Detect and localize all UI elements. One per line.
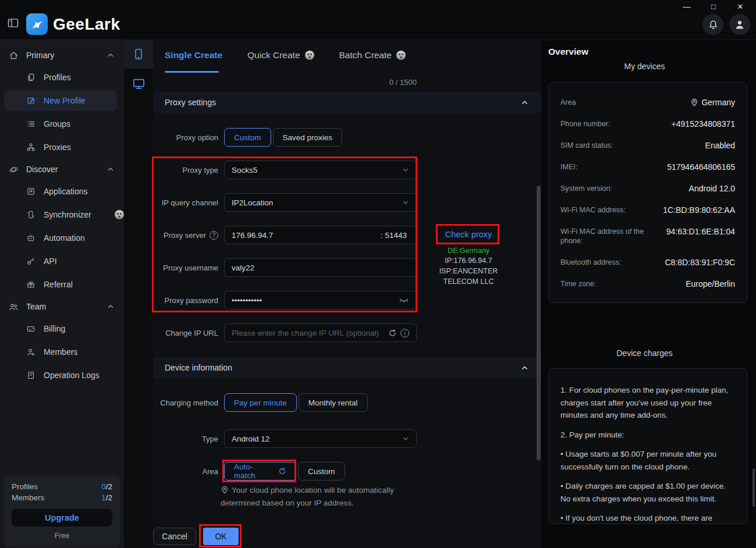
charges-paragraph: • Usage starts at $0.007 per minute afte…: [560, 448, 735, 473]
area-label: Area: [153, 467, 218, 476]
minimize-button[interactable]: —: [676, 0, 698, 13]
check-proxy-button[interactable]: Check proxy: [438, 226, 499, 243]
gift-icon: [26, 280, 36, 289]
sidebar-group-discover[interactable]: Discover: [0, 159, 124, 180]
chevron-down-icon: [402, 166, 409, 173]
home-icon: [9, 51, 19, 61]
proxy-settings-section-header[interactable]: Proxy settings: [153, 92, 541, 113]
device-row-timezone: Time zone: Europe/Berlin: [560, 279, 735, 289]
pay-per-minute-button[interactable]: Pay per minute: [224, 393, 297, 412]
sidebar-item-groups[interactable]: Groups: [0, 113, 124, 134]
app-header: GeeLark: [0, 0, 756, 40]
sidebar-item-proxies[interactable]: Proxies: [0, 137, 124, 158]
charging-method-label: Charging method: [153, 398, 218, 408]
device-charges-card: 1. For cloud phones on the pay-per-minut…: [548, 368, 747, 524]
brand-name: GeeLark: [53, 15, 120, 34]
device-row-value: Enabled: [705, 141, 735, 150]
sidebar-item-operation-logs[interactable]: Operation Logs: [0, 365, 124, 386]
proxy-username-input[interactable]: [232, 264, 409, 272]
desktop-view-tab[interactable]: [124, 69, 153, 98]
device-row-value: C8:8D:83:91:F0:9C: [665, 258, 735, 267]
user-avatar[interactable]: [729, 14, 750, 35]
sidebar-toggle-icon[interactable]: [8, 18, 19, 28]
device-row-label: Wi-Fi MAC address:: [560, 205, 654, 215]
help-icon[interactable]: ?: [210, 231, 218, 240]
proxy-option-saved-button[interactable]: Saved proxies: [273, 128, 343, 147]
proxy-port-value[interactable]: : 51443: [381, 231, 407, 240]
eye-closed-icon[interactable]: [399, 297, 409, 304]
overview-scrollbar[interactable]: [753, 468, 755, 507]
sidebar-item-label: Billing: [44, 324, 65, 333]
close-button[interactable]: ✕: [729, 0, 751, 13]
phone-view-tab[interactable]: [124, 40, 153, 69]
device-row-label: Area: [560, 98, 654, 107]
geelark-app-window: — □ ✕ GeeLark Primary: [0, 0, 756, 548]
sidebar-item-synchronizer[interactable]: Synchronizer: [0, 204, 124, 225]
chevron-up-icon[interactable]: [521, 99, 528, 106]
device-row-wifi-mac: Wi-Fi MAC address: 1C:BD:B9:80:62:AA: [560, 205, 735, 215]
synchronizer-icon: [26, 210, 36, 219]
plan-usage-card: Profiles 0/2 Members 1/2 Upgrade Free: [3, 475, 120, 547]
chevron-up-icon[interactable]: [521, 364, 528, 372]
refresh-icon[interactable]: [388, 329, 397, 337]
type-select[interactable]: Android 12: [224, 429, 417, 448]
device-row-value: Germany: [690, 98, 735, 107]
sidebar-item-applications[interactable]: Applications: [0, 181, 124, 202]
device-row-wifi-mac-phone: Wi-Fi MAC address of the phone: 94:63:D1…: [560, 227, 735, 245]
device-row-label: SIM card status:: [560, 141, 654, 150]
tab-single-create[interactable]: Single Create: [165, 50, 222, 61]
sidebar-item-profiles[interactable]: Profiles: [0, 67, 124, 88]
sidebar-item-referral[interactable]: Referral: [0, 274, 124, 295]
sidebar-item-api[interactable]: API: [0, 251, 124, 272]
proxy-server-input[interactable]: [232, 231, 381, 240]
sidebar-group-team[interactable]: Team: [0, 296, 124, 317]
info-icon[interactable]: i: [400, 329, 409, 337]
brand[interactable]: GeeLark: [26, 13, 120, 35]
charging-method-row: Charging method Pay per minute Monthly r…: [153, 393, 368, 412]
proxy-type-label: Proxy type: [153, 166, 218, 175]
area-custom-button[interactable]: Custom: [298, 462, 345, 481]
proxy-password-input[interactable]: [232, 296, 393, 305]
change-ip-url-input[interactable]: [232, 329, 383, 337]
proxy-server-label-text: Proxy server: [164, 231, 206, 240]
profiles-usage-label: Profiles: [12, 481, 38, 492]
sidebar: Primary Profiles New Profile Groups Prox…: [0, 40, 124, 548]
device-charges-title: Device charges: [541, 348, 748, 358]
area-note: Your cloud phone location will be automa…: [221, 484, 416, 509]
batch-create-badge-icon: [396, 51, 406, 60]
ip-query-channel-select[interactable]: IP2Location: [224, 193, 417, 212]
sidebar-item-automation[interactable]: Automation: [0, 227, 124, 248]
sidebar-group-label: Team: [26, 302, 46, 311]
tab-batch-create[interactable]: Batch Create: [339, 50, 406, 61]
cancel-button[interactable]: Cancel: [153, 528, 196, 545]
members-usage-label: Members: [12, 492, 44, 503]
device-row-bluetooth: Bluetooth address: C8:8D:83:91:F0:9C: [560, 258, 735, 267]
ok-button[interactable]: OK: [203, 528, 239, 545]
proxy-type-select[interactable]: Socks5: [224, 161, 417, 179]
form-scrollbar[interactable]: [537, 186, 541, 460]
monthly-rental-button[interactable]: Monthly rental: [299, 393, 368, 412]
proxy-option-custom-button[interactable]: Custom: [224, 128, 271, 147]
ip-query-channel-row: IP query channel IP2Location: [153, 193, 417, 212]
notifications-button[interactable]: [702, 14, 723, 35]
maximize-button[interactable]: □: [702, 0, 725, 13]
upgrade-button[interactable]: Upgrade: [12, 509, 112, 526]
sidebar-item-billing[interactable]: Billing: [0, 318, 124, 339]
device-information-section-header[interactable]: Device information: [153, 357, 541, 378]
sidebar-item-label: Members: [44, 347, 77, 357]
device-row-value: 1C:BD:B9:80:62:AA: [663, 205, 735, 215]
sidebar-item-label: Groups: [44, 119, 70, 129]
sidebar-item-label: New Profile: [44, 96, 86, 105]
proxy-type-value: Socks5: [232, 166, 402, 175]
sidebar-item-label: API: [44, 257, 57, 266]
tab-quick-create[interactable]: Quick Create: [247, 50, 314, 61]
change-ip-url-label: Change IP URL: [153, 329, 218, 337]
area-auto-match-button[interactable]: Auto-match: [224, 462, 296, 481]
ip-query-channel-label: IP query channel: [153, 198, 218, 207]
section-title: Proxy settings: [165, 98, 521, 107]
applications-icon: [26, 187, 36, 196]
sidebar-item-new-profile[interactable]: New Profile: [4, 90, 117, 111]
my-devices-title: My devices: [541, 62, 748, 71]
sidebar-group-primary[interactable]: Primary: [0, 45, 124, 66]
sidebar-item-members[interactable]: Members: [0, 341, 124, 362]
